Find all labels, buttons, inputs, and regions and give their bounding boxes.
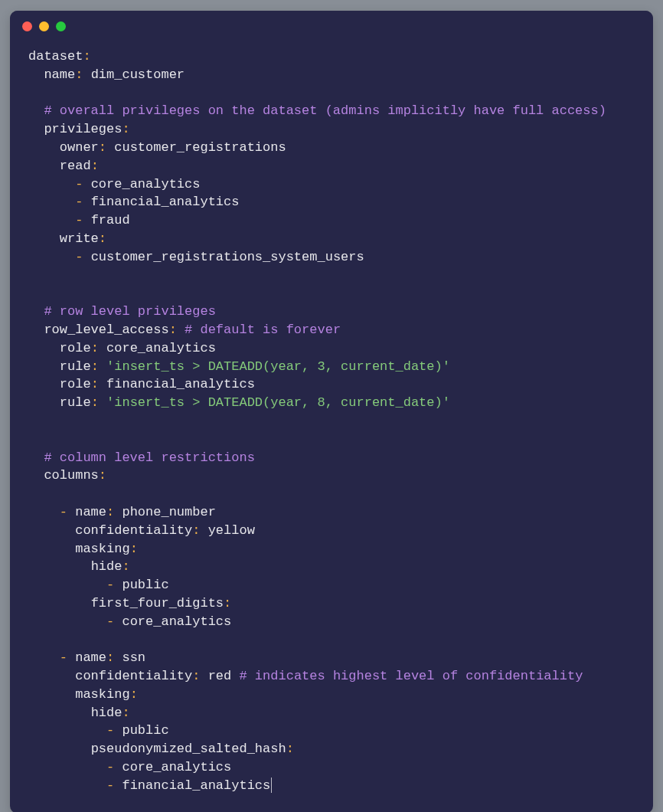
- value-owner: customer_registrations: [114, 140, 286, 155]
- key-c2-mask: masking: [75, 687, 129, 702]
- c2-mask2-item-1: financial_analytics: [122, 778, 270, 793]
- window-close-button[interactable]: [22, 21, 32, 31]
- read-item-0: core_analytics: [91, 177, 201, 192]
- write-item-0: customer_registrations_system_users: [91, 250, 364, 264]
- text-cursor: [271, 778, 272, 793]
- key-write: write: [60, 231, 99, 246]
- value-c2-conf: red: [208, 669, 232, 683]
- key-privileges: privileges: [44, 122, 122, 136]
- c2-hide-item-0: public: [122, 723, 168, 738]
- key-dataset: dataset: [28, 49, 83, 64]
- yaml-code-block: dataset: name: dim_customer # overall pr…: [10, 41, 653, 812]
- comment-overall-privileges: # overall privileges on the dataset (adm…: [44, 103, 606, 118]
- value-rule-1: 'insert_ts > DATEADD(year, 3, current_da…: [106, 359, 450, 374]
- comment-c2-conf: # indicates highest level of confidentia…: [239, 669, 583, 683]
- value-dataset-name: dim_customer: [91, 67, 185, 82]
- key-c2-conf: confidentiality: [75, 669, 192, 683]
- value-rule-2: 'insert_ts > DATEADD(year, 8, current_da…: [106, 395, 450, 410]
- read-item-2: fraud: [91, 213, 130, 228]
- comment-default-forever: # default is forever: [185, 323, 341, 337]
- value-c1-name: phone_number: [122, 505, 215, 519]
- window-minimize-button[interactable]: [39, 21, 49, 31]
- key-rule-2: rule: [60, 395, 91, 410]
- key-c1-mask: masking: [75, 542, 129, 556]
- key-read: read: [60, 159, 91, 173]
- key-c1-mask2: first_four_digits: [91, 596, 224, 611]
- key-c1-hide: hide: [91, 559, 122, 574]
- key-row-level-access: row_level_access: [44, 323, 168, 337]
- key-c1-conf: confidentiality: [75, 523, 192, 538]
- value-c2-name: ssn: [122, 650, 145, 665]
- key-rule-1: rule: [60, 359, 91, 374]
- key-c2-hide: hide: [91, 706, 122, 720]
- key-owner: owner: [60, 140, 99, 155]
- value-role-2: financial_analytics: [106, 377, 255, 391]
- key-role-2: role: [60, 377, 91, 391]
- key-c1-name: name: [75, 505, 106, 519]
- value-c1-conf: yellow: [208, 523, 255, 538]
- c1-mask2-item-0: core_analytics: [122, 614, 231, 629]
- window-zoom-button[interactable]: [56, 21, 66, 31]
- comment-row-level: # row level privileges: [44, 304, 215, 319]
- key-c2-mask2: pseudonymized_salted_hash: [91, 742, 286, 756]
- key-name: name: [44, 67, 75, 82]
- value-role-1: core_analytics: [106, 341, 216, 355]
- comment-column-level: # column level restrictions: [44, 450, 254, 465]
- key-role-1: role: [60, 341, 91, 355]
- key-columns: columns: [44, 468, 98, 483]
- key-c2-name: name: [75, 650, 106, 665]
- c2-mask2-item-0: core_analytics: [122, 760, 231, 774]
- window-titlebar: [10, 11, 653, 41]
- code-window: dataset: name: dim_customer # overall pr…: [10, 11, 653, 812]
- c1-hide-item-0: public: [122, 578, 168, 592]
- read-item-1: financial_analytics: [91, 195, 240, 209]
